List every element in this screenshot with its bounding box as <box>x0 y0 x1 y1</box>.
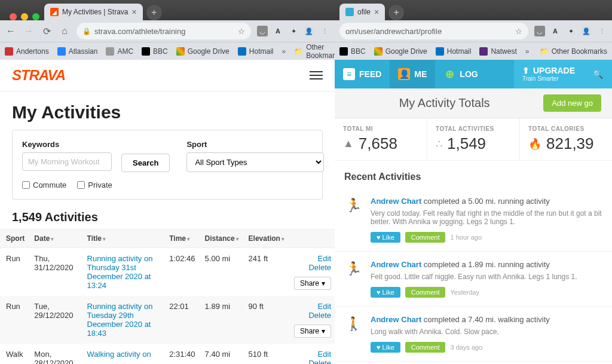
activity-link[interactable]: Running activity on Tuesday 29th Decembe… <box>87 302 153 338</box>
stat-label: TOTAL ACTIVITIES <box>436 126 511 132</box>
edit-link[interactable]: Edit <box>294 350 331 359</box>
bookmark-bbc[interactable]: BBC <box>142 47 168 56</box>
activity-link[interactable]: Walking activity on <box>87 350 151 359</box>
stats-row: TOTAL MI ▲7,658TOTAL ACTIVITIES ∴1,549TO… <box>335 118 612 161</box>
private-checkbox[interactable]: Private <box>77 181 112 189</box>
share-button[interactable]: Share ▾ <box>294 325 331 338</box>
col-time[interactable]: Time▾ <box>163 230 198 248</box>
cell-time: 1:02:46 <box>163 248 198 296</box>
bookmark-gdrive-2[interactable]: Google Drive <box>374 47 427 56</box>
activity-description: Felt good. Little calf niggle. Easy run … <box>371 273 602 281</box>
like-button[interactable]: ♥ Like <box>371 232 400 243</box>
bookmark-atlassian[interactable]: Atlassian <box>57 47 98 56</box>
share-button[interactable]: Share ▾ <box>294 277 331 290</box>
new-tab-button-2[interactable]: + <box>388 5 404 20</box>
bookmark-amc[interactable]: AMC <box>106 47 133 56</box>
edit-link[interactable]: Edit <box>294 302 331 311</box>
delete-link[interactable]: Delete <box>294 263 331 272</box>
address-bar-2[interactable]: om/user/andrewchart/profile ☆ <box>339 23 528 39</box>
extensions-puzzle-icon-2[interactable]: ✦ <box>565 26 576 36</box>
delete-link[interactable]: Delete <box>294 311 331 320</box>
col-title[interactable]: Title▾ <box>81 230 164 248</box>
menu-icon[interactable] <box>310 71 323 79</box>
add-new-button[interactable]: Add new go <box>543 94 601 112</box>
bookmark-bbc-2[interactable]: BBC <box>339 47 366 56</box>
cell-title: Running activity on Tuesday 29th Decembe… <box>81 296 164 344</box>
close-tab-icon[interactable]: × <box>131 7 136 17</box>
cell-elevation: 90 ft <box>243 296 288 344</box>
bookmarks-overflow-icon-2[interactable]: » <box>525 47 530 56</box>
other-bookmarks[interactable]: 📁Other Bookmarks <box>294 43 335 60</box>
menu-dots-icon-2[interactable]: ⋮ <box>596 26 607 36</box>
extension-pocket-icon-2[interactable]: ◡ <box>534 26 545 36</box>
comment-button[interactable]: Comment <box>405 232 446 243</box>
bookmark-andertons[interactable]: Andertons <box>5 47 49 56</box>
like-button[interactable]: ♥ Like <box>371 287 400 298</box>
bookmark-star-icon[interactable]: ☆ <box>238 27 245 36</box>
bookmark-hotmail[interactable]: Hotmail <box>238 47 274 56</box>
address-bar[interactable]: 🔒 strava.com/athlete/training ☆ <box>76 23 251 39</box>
macos-minimize[interactable] <box>21 13 28 20</box>
comment-button[interactable]: Comment <box>405 342 446 353</box>
bookmarks-overflow-icon[interactable]: » <box>281 47 286 56</box>
activity-timestamp: 3 days ago <box>450 344 482 351</box>
nav-me[interactable]: 👤ME <box>390 60 435 88</box>
menu-dots-icon[interactable]: ⋮ <box>319 26 330 36</box>
like-button[interactable]: ♥ Like <box>371 342 400 353</box>
extensions-puzzle-icon[interactable]: ✦ <box>288 26 299 36</box>
activity-link[interactable]: Running activity on Thursday 31st Decemb… <box>87 254 153 290</box>
back-icon[interactable]: ← <box>5 26 17 36</box>
profile-avatar-icon-2[interactable]: 👤 <box>581 26 592 36</box>
activity-item: 🚶 Andrew Chart completed a 7.40 mi. walk… <box>335 307 612 362</box>
cell-time: 22:01 <box>163 296 198 344</box>
search-button[interactable]: Search <box>121 154 170 172</box>
sport-select[interactable]: All Sport Types <box>186 152 324 172</box>
browser-tab-2[interactable]: ofile × <box>339 4 385 20</box>
col-distance[interactable]: Distance▾ <box>199 230 243 248</box>
home-icon[interactable]: ⌂ <box>59 26 71 36</box>
extension-icon-2[interactable]: A <box>550 26 561 36</box>
extension-pocket-icon[interactable]: ◡ <box>257 26 268 36</box>
delete-link[interactable]: Delete <box>294 359 331 364</box>
close-tab-icon-2[interactable]: × <box>374 7 379 17</box>
comment-button[interactable]: Comment <box>405 287 446 298</box>
activity-timestamp: Yesterday <box>450 289 479 296</box>
upgrade-button[interactable]: ⬆UPGRADE Train Smarter <box>514 60 583 88</box>
edit-link[interactable]: Edit <box>294 254 331 263</box>
forward-icon[interactable]: → <box>23 26 35 36</box>
bookmark-hotmail-2[interactable]: Hotmail <box>436 47 472 56</box>
commute-checkbox[interactable]: Commute <box>22 181 66 189</box>
col-elevation[interactable]: Elevation▾ <box>243 230 288 248</box>
activity-user-link[interactable]: Andrew Chart <box>371 315 421 324</box>
search-icon[interactable]: 🔍 <box>583 60 612 88</box>
other-bookmarks-2[interactable]: 📁Other Bookmarks <box>540 47 607 56</box>
url-text: strava.com/athlete/training <box>94 27 185 36</box>
nav-feed[interactable]: ≡FEED <box>335 60 390 88</box>
browser-tab[interactable]: ◢ My Activities | Strava × <box>44 4 143 20</box>
page-subheader: My Activity Totals Add new go <box>335 88 612 118</box>
new-tab-button[interactable]: + <box>146 5 162 20</box>
bookmark-natwest-2[interactable]: Natwest <box>479 47 516 56</box>
profile-avatar-icon[interactable]: 👤 <box>304 26 314 36</box>
col-sport[interactable]: Sport <box>0 230 28 248</box>
activity-verb: completed a 1.89 mi. running activity <box>424 260 550 269</box>
extension-icon[interactable]: A <box>273 26 283 36</box>
macos-zoom[interactable] <box>32 13 39 20</box>
macos-close[interactable] <box>10 13 17 20</box>
reload-icon[interactable]: ⟳ <box>41 26 53 37</box>
strava-logo[interactable]: STRAVA <box>12 67 65 84</box>
activity-count: 1,549 Activities <box>0 210 335 229</box>
cell-time: 2:31:40 <box>163 344 198 364</box>
table-row: Run Thu, 31/12/2020 Running activity on … <box>0 248 335 296</box>
col-date[interactable]: Date▾ <box>28 230 81 248</box>
keywords-input[interactable] <box>22 152 112 171</box>
activity-user-link[interactable]: Andrew Chart <box>371 260 421 269</box>
activity-user-link[interactable]: Andrew Chart <box>371 197 421 206</box>
strava-window: ◢ My Activities | Strava × + ← → ⟳ ⌂ 🔒 s… <box>0 0 335 364</box>
bookmark-star-icon-2[interactable]: ☆ <box>515 27 522 36</box>
table-row: Run Tue, 29/12/2020 Running activity on … <box>0 296 335 344</box>
bookmark-gdrive[interactable]: Google Drive <box>176 47 230 56</box>
nav-log[interactable]: ⊕LOG <box>435 60 486 88</box>
cell-sport: Walk <box>0 344 28 364</box>
run-icon: 🏃 <box>344 197 362 243</box>
